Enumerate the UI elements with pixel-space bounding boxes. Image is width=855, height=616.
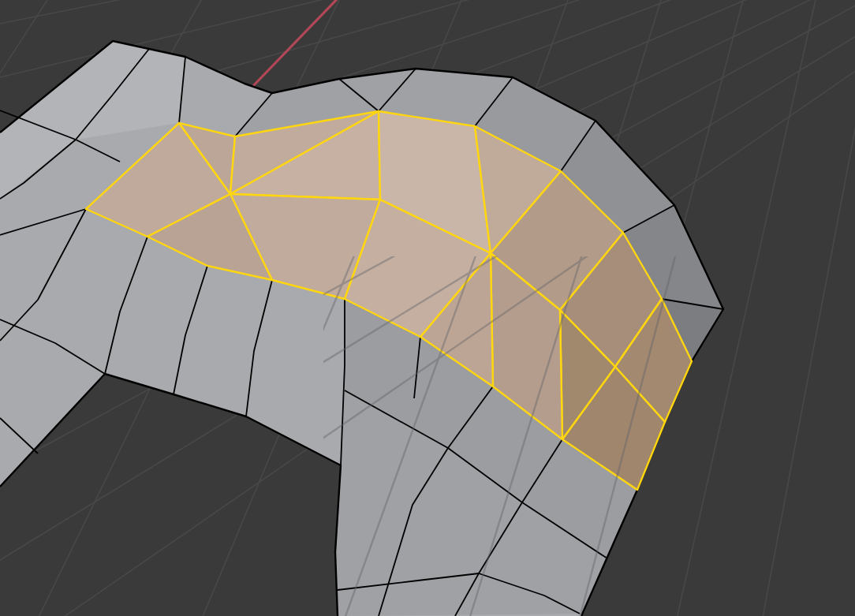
scene-canvas	[0, 0, 855, 616]
3d-viewport[interactable]	[0, 0, 855, 616]
